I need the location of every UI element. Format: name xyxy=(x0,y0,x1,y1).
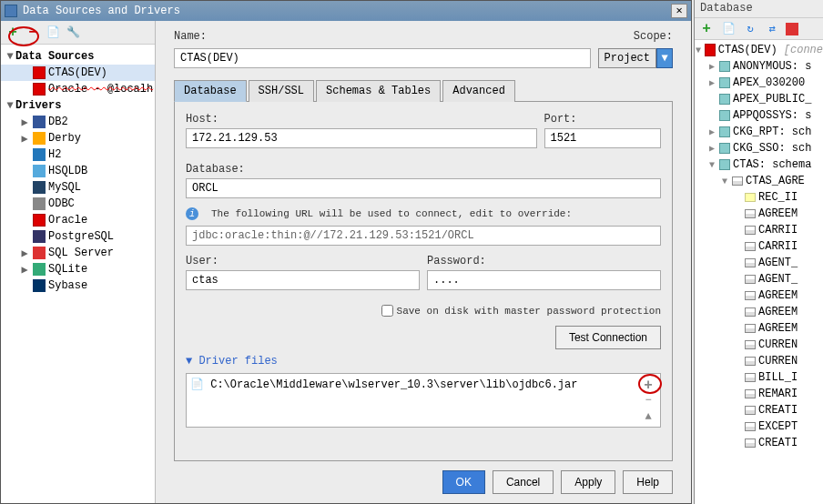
driver-odbc[interactable]: ODBC xyxy=(1,196,155,212)
postgresql-icon xyxy=(33,230,46,243)
close-button[interactable]: ✕ xyxy=(671,4,687,18)
sybase-icon xyxy=(33,279,46,292)
user-label: User: xyxy=(186,255,420,267)
column-item[interactable]: BILL_I xyxy=(695,369,823,386)
tree-header-datasources[interactable]: ▼Data Sources xyxy=(1,48,155,65)
host-input[interactable] xyxy=(186,128,537,148)
db-root[interactable]: ▼CTAS(DEV) [conne xyxy=(695,42,823,58)
schema-item[interactable]: APEX_PUBLIC_ xyxy=(695,91,823,107)
column-item[interactable]: AGREEM xyxy=(695,206,823,222)
right-panel: Name: Scope: Project ▼ Database SSH/SSL … xyxy=(156,21,691,503)
oracle-icon xyxy=(33,83,46,96)
data-sources-dialog: Data Sources and Drivers ✕ + − 📄 🔧 ▼Data… xyxy=(0,0,692,504)
datasource-tree[interactable]: ▼Data Sources CTAS(DEV) Oracle - @localh… xyxy=(1,45,155,503)
column-icon xyxy=(745,373,756,382)
schema-icon xyxy=(719,126,730,137)
move-up-button[interactable]: ▲ xyxy=(640,410,656,425)
url-info-label: The following URL will be used to connec… xyxy=(211,208,572,219)
app-icon xyxy=(5,5,17,17)
column-item[interactable]: REMARI xyxy=(695,386,823,402)
name-label: Name: xyxy=(174,30,207,43)
driver-sqlserver[interactable]: ▶SQL Server xyxy=(1,245,155,261)
driver-derby[interactable]: ▶Derby xyxy=(1,130,155,146)
driver-files-header[interactable]: ▼ Driver files xyxy=(186,355,661,368)
column-item[interactable]: CARRII xyxy=(695,238,823,255)
column-item[interactable]: AGENT_ xyxy=(695,255,823,271)
cancel-button[interactable]: Cancel xyxy=(493,470,554,494)
add-driver-button[interactable]: + xyxy=(640,378,656,392)
tab-content: Host: Port: Database: i The following UR… xyxy=(174,102,673,461)
side-tree[interactable]: ▼CTAS(DEV) [conne ▶ANONYMOUS: s ▶APEX_03… xyxy=(695,40,823,453)
driver-db2[interactable]: ▶DB2 xyxy=(1,114,155,130)
test-connection-button[interactable]: Test Connection xyxy=(555,326,661,349)
remove-driver-button[interactable]: − xyxy=(640,394,656,408)
tree-header-drivers[interactable]: ▼Drivers xyxy=(1,97,155,114)
driver-sybase[interactable]: Sybase xyxy=(1,277,155,294)
side-stop-button[interactable] xyxy=(786,23,798,35)
column-item[interactable]: CREATI xyxy=(695,402,823,418)
schema-icon xyxy=(719,61,730,72)
driver-sqlite[interactable]: ▶SQLite xyxy=(1,261,155,277)
schema-item[interactable]: APPQOSSYS: s xyxy=(695,107,823,124)
column-item[interactable]: AGENT_ xyxy=(695,271,823,287)
side-copy-button[interactable]: 📄 xyxy=(720,21,737,37)
scope-select[interactable]: Project ▼ xyxy=(598,48,673,68)
schema-item[interactable]: ▶APEX_030200 xyxy=(695,75,823,91)
driver-files-list[interactable]: 📄 C:\Oracle\Middleware\wlserver_10.3\ser… xyxy=(186,373,661,428)
apply-button[interactable]: Apply xyxy=(561,470,615,494)
ok-button[interactable]: OK xyxy=(442,470,485,494)
column-item[interactable]: CURREN xyxy=(695,337,823,353)
database-input[interactable] xyxy=(186,178,661,198)
driver-oracle[interactable]: Oracle xyxy=(1,212,155,228)
tree-item-ctas[interactable]: CTAS(DEV) xyxy=(1,65,155,81)
url-input[interactable] xyxy=(186,226,661,246)
schema-ctas[interactable]: ▼CTAS: schema xyxy=(695,156,823,173)
tree-item-oracle-local[interactable]: Oracle - @localh xyxy=(1,81,155,97)
sqlserver-icon xyxy=(33,247,46,259)
settings-button[interactable]: 🔧 xyxy=(65,25,81,41)
name-input[interactable] xyxy=(174,48,591,68)
add-button[interactable]: + xyxy=(5,25,21,41)
column-icon xyxy=(745,209,756,218)
save-disk-label: Save on disk with master password protec… xyxy=(397,306,661,317)
dialog-titlebar[interactable]: Data Sources and Drivers ✕ xyxy=(1,1,691,21)
tab-database[interactable]: Database xyxy=(174,80,247,102)
column-item[interactable]: CREATI xyxy=(695,435,823,451)
column-item[interactable]: AGREEM xyxy=(695,304,823,320)
side-sync-button[interactable]: ⇄ xyxy=(764,21,780,37)
chevron-down-icon[interactable]: ▼ xyxy=(656,48,673,68)
schema-item[interactable]: ▶CKG_RPT: sch xyxy=(695,124,823,140)
side-refresh-button[interactable]: ↻ xyxy=(742,21,758,37)
table-ctas-agre[interactable]: ▼CTAS_AGRE xyxy=(695,173,823,189)
column-item[interactable]: REC_II xyxy=(695,189,823,206)
column-icon xyxy=(745,406,756,415)
driver-postgresql[interactable]: PostgreSQL xyxy=(1,228,155,245)
column-item[interactable]: EXCEPT xyxy=(695,418,823,435)
remove-button[interactable]: − xyxy=(25,25,41,41)
driver-h2[interactable]: H2 xyxy=(1,146,155,163)
column-icon xyxy=(745,275,756,284)
user-input[interactable] xyxy=(186,270,420,290)
column-item[interactable]: AGREEM xyxy=(695,287,823,304)
side-add-button[interactable]: + xyxy=(698,21,715,37)
left-panel: + − 📄 🔧 ▼Data Sources CTAS(DEV) Oracle -… xyxy=(1,21,156,503)
password-input[interactable] xyxy=(427,270,661,290)
column-icon xyxy=(745,307,756,317)
tab-schemas[interactable]: Schemas & Tables xyxy=(316,80,441,102)
port-input[interactable] xyxy=(544,128,662,148)
driver-hsqldb[interactable]: HSQLDB xyxy=(1,163,155,179)
save-disk-checkbox[interactable] xyxy=(381,305,393,317)
tab-ssh[interactable]: SSH/SSL xyxy=(249,80,314,102)
driver-mysql[interactable]: MySQL xyxy=(1,179,155,196)
column-item[interactable]: CARRII xyxy=(695,222,823,238)
side-panel-title: Database xyxy=(695,0,823,18)
schema-item[interactable]: ▶ANONYMOUS: s xyxy=(695,58,823,75)
help-button[interactable]: Help xyxy=(623,470,673,494)
column-item[interactable]: AGREEM xyxy=(695,320,823,337)
tab-advanced[interactable]: Advanced xyxy=(442,80,515,102)
driver-file-item[interactable]: 📄 C:\Oracle\Middleware\wlserver_10.3\ser… xyxy=(190,378,656,391)
schema-item[interactable]: ▶CKG_SSO: sch xyxy=(695,140,823,156)
column-item[interactable]: CURREN xyxy=(695,353,823,369)
db2-icon xyxy=(33,116,46,128)
copy-button[interactable]: 📄 xyxy=(45,25,61,41)
